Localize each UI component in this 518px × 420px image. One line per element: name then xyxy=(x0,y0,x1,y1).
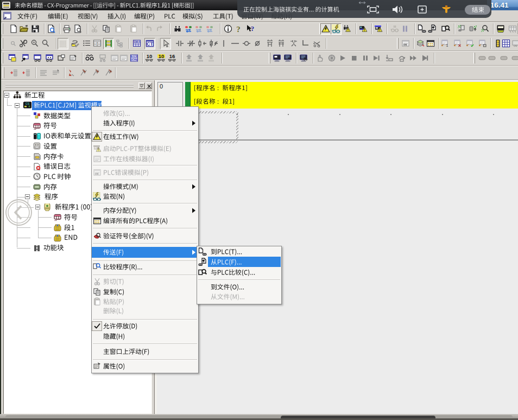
svg-text:CT: CT xyxy=(147,41,153,47)
svg-text:DEZ: DEZ xyxy=(131,59,137,61)
svg-text:H: H xyxy=(98,42,100,46)
svg-text:10: 10 xyxy=(147,54,153,59)
svg-text:BIN: BIN xyxy=(132,55,137,58)
svg-text:16: 16 xyxy=(169,54,175,59)
svg-text:H: H xyxy=(94,42,96,46)
svg-text:SMA: SMA xyxy=(134,40,140,43)
svg-text:CS: CS xyxy=(26,102,30,105)
svg-text:10: 10 xyxy=(159,54,165,59)
svg-text:1: 1 xyxy=(446,43,448,47)
svg-text:?: ? xyxy=(236,25,241,34)
svg-text:?: ? xyxy=(251,24,255,33)
